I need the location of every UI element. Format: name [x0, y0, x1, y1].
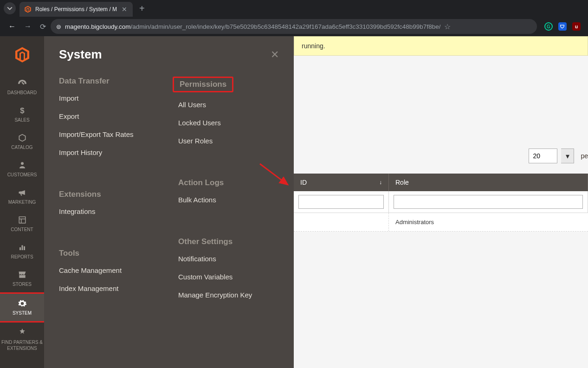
url-text: magento.bigcloudy.com/admin/admin/user_r…: [65, 23, 440, 30]
bars-icon: [17, 242, 27, 252]
address-bar[interactable]: ⊚ magento.bigcloudy.com/admin/admin/user…: [51, 19, 537, 34]
link-cache-management[interactable]: Cache Management: [59, 266, 160, 274]
section-tools: Tools: [59, 249, 160, 258]
chevron-down-icon: ▾: [566, 152, 569, 161]
grid-header-row: ID↓ Role: [294, 174, 588, 191]
grid-filter-row: [294, 191, 588, 213]
section-action-logs: Action Logs: [178, 178, 279, 187]
nav-label: SYSTEM: [13, 310, 32, 316]
cell-id: [294, 213, 389, 231]
megaphone-icon: [17, 187, 27, 198]
sort-arrow-down-icon: ↓: [379, 179, 382, 186]
flyout-column-1: Data Transfer Import Export Import/Expor…: [59, 77, 160, 309]
bookmark-star-icon[interactable]: ☆: [444, 22, 451, 31]
link-user-roles[interactable]: User Roles: [178, 137, 279, 145]
nav-label: CONTENT: [11, 227, 33, 232]
section-other-settings: Other Settings: [178, 237, 279, 246]
link-manage-encryption[interactable]: Manage Encryption Key: [178, 291, 279, 299]
nav-label: CATALOG: [11, 145, 32, 150]
filter-input-role[interactable]: [394, 195, 583, 209]
link-import-export-tax[interactable]: Import/Export Tax Rates: [59, 130, 160, 138]
admin-sidebar: DASHBOARD $ SALES CATALOG CUSTOMERS MARK…: [0, 36, 44, 368]
tab-favicon-magento-icon: [24, 6, 32, 13]
nav-label: DASHBOARD: [7, 90, 37, 95]
flyout-title: System: [59, 47, 102, 62]
link-notifications[interactable]: Notifications: [178, 255, 279, 263]
tab-strip: Roles / Permissions / System / M ✕ +: [0, 0, 588, 17]
nav-label: SALES: [14, 117, 29, 123]
link-export[interactable]: Export: [59, 112, 160, 120]
svg-point-1: [21, 162, 24, 165]
section-permissions-highlight: Permissions: [178, 77, 279, 92]
new-tab-button[interactable]: +: [133, 3, 151, 14]
link-custom-variables[interactable]: Custom Variables: [178, 273, 279, 281]
person-icon: [17, 160, 27, 170]
per-page-input[interactable]: [529, 148, 557, 163]
sidebar-item-stores[interactable]: STORES: [0, 265, 44, 292]
extension-green-icon[interactable]: G: [544, 22, 553, 31]
layout-icon: [17, 215, 27, 225]
section-data-transfer: Data Transfer: [59, 77, 160, 86]
link-bulk-actions[interactable]: Bulk Actions: [178, 196, 279, 204]
nav-label: FIND PARTNERS & EXTENSIONS: [0, 339, 44, 351]
flyout-column-2: Permissions All Users Locked Users User …: [178, 77, 279, 309]
link-import-history[interactable]: Import History: [59, 148, 160, 156]
grid-toolbar: ▾ pe: [294, 144, 588, 168]
flyout-close-icon[interactable]: ✕: [271, 49, 279, 61]
link-locked-users[interactable]: Locked Users: [178, 119, 279, 127]
sidebar-item-system-highlight: SYSTEM: [0, 292, 45, 323]
nav-label: REPORTS: [11, 254, 33, 259]
link-integrations[interactable]: Integrations: [59, 207, 160, 215]
forward-button[interactable]: →: [24, 22, 32, 31]
tab-search-button[interactable]: [4, 2, 16, 14]
sidebar-item-partners[interactable]: FIND PARTNERS & EXTENSIONS: [0, 323, 44, 357]
back-button[interactable]: ←: [8, 22, 16, 31]
magento-logo-icon[interactable]: [13, 45, 32, 64]
gauge-icon: [17, 78, 27, 88]
admin-app: DASHBOARD $ SALES CATALOG CUSTOMERS MARK…: [0, 36, 588, 368]
tab-title: Roles / Permissions / System / M: [35, 6, 117, 13]
svg-text:$: $: [20, 106, 25, 115]
browser-chrome: Roles / Permissions / System / M ✕ + ← →…: [0, 0, 588, 36]
sidebar-item-dashboard[interactable]: DASHBOARD: [0, 73, 44, 101]
dollar-icon: $: [17, 105, 27, 116]
sidebar-item-system[interactable]: SYSTEM: [0, 294, 44, 321]
extension-bitwarden-icon[interactable]: 🛡: [558, 22, 567, 31]
reload-button[interactable]: ⟳: [40, 22, 46, 31]
sidebar-item-content[interactable]: CONTENT: [0, 210, 44, 238]
nav-label: CUSTOMERS: [7, 172, 37, 177]
table-row[interactable]: Administrators: [294, 213, 588, 232]
section-extensions: Extensions: [59, 190, 160, 199]
section-permissions: Permissions: [173, 77, 233, 92]
nav-label: MARKETING: [8, 200, 36, 205]
column-header-id[interactable]: ID↓: [294, 174, 389, 191]
site-settings-icon[interactable]: ⊚: [56, 23, 61, 30]
column-header-role[interactable]: Role: [389, 174, 588, 191]
link-all-users[interactable]: All Users: [178, 101, 279, 109]
sidebar-item-reports[interactable]: REPORTS: [0, 238, 44, 265]
extension-icons: G 🛡 u: [542, 22, 583, 31]
svg-rect-6: [21, 245, 23, 251]
system-notice-bar: running.: [294, 36, 588, 56]
link-import[interactable]: Import: [59, 94, 160, 102]
filter-input-id[interactable]: [298, 195, 384, 209]
sidebar-item-customers[interactable]: CUSTOMERS: [0, 155, 44, 183]
browser-toolbar: ← → ⟳ ⊚ magento.bigcloudy.com/admin/admi…: [0, 17, 588, 36]
cube-icon: [17, 133, 27, 143]
per-page-dropdown-button[interactable]: ▾: [561, 148, 574, 163]
sidebar-item-catalog[interactable]: CATALOG: [0, 128, 44, 155]
svg-rect-5: [19, 247, 21, 250]
partners-icon: [17, 327, 27, 337]
link-index-management[interactable]: Index Management: [59, 284, 160, 292]
gear-icon: [17, 298, 27, 309]
storefront-icon: [17, 270, 27, 280]
cell-role: Administrators: [389, 213, 588, 231]
sidebar-item-sales[interactable]: $ SALES: [0, 101, 44, 128]
browser-tab[interactable]: Roles / Permissions / System / M ✕: [19, 2, 133, 17]
sidebar-item-marketing[interactable]: MARKETING: [0, 183, 44, 210]
tab-close-icon[interactable]: ✕: [121, 6, 128, 13]
extension-ublock-icon[interactable]: u: [572, 22, 581, 31]
system-flyout-panel: System ✕ Data Transfer Import Export Imp…: [44, 36, 294, 368]
main-content-under: running. ▾ pe ID↓ Role Administrators: [294, 36, 588, 368]
svg-rect-7: [24, 246, 25, 250]
